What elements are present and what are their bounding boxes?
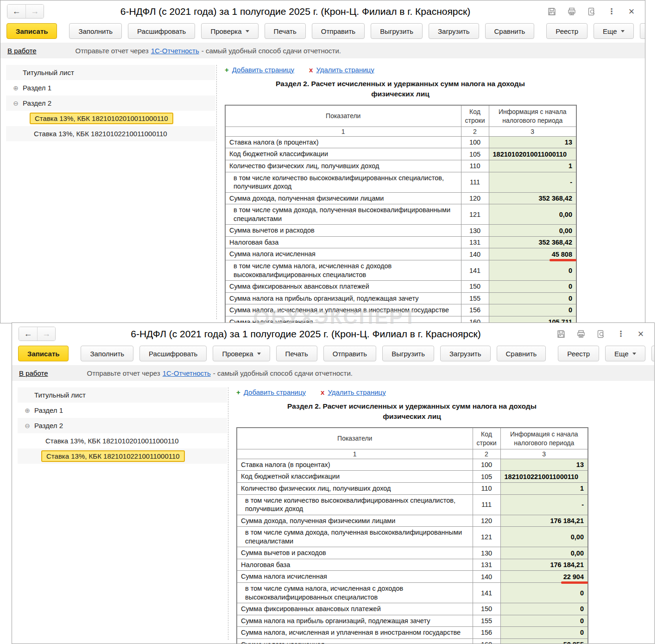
1c-reporting-link[interactable]: 1С-Отчетность (163, 369, 211, 377)
toolbar-button[interactable]: Расшифровать (128, 23, 195, 39)
toolbar-button[interactable]: Заполнить (81, 346, 133, 361)
1c-reporting-link[interactable]: 1С-Отчетность (151, 47, 199, 55)
save-button[interactable]: Записать (6, 23, 57, 39)
sidebar-item[interactable]: Ставка 13%, КБК 18210102010011000110 (6, 111, 215, 126)
row-value-cell[interactable]: 0 (489, 281, 576, 293)
expander-icon[interactable]: ⊕ (24, 407, 31, 414)
sidebar-item[interactable]: Ставка 13%, КБК 18210102210011000110 (6, 126, 215, 141)
row-value-cell[interactable]: 0,00 (500, 547, 588, 559)
row-code: 105 (473, 471, 500, 483)
row-value-cell[interactable]: 13 (489, 136, 576, 148)
delete-page-link[interactable]: xУдалить страницу (309, 66, 374, 74)
status-state-link[interactable]: В работе (19, 369, 48, 377)
preview-icon[interactable] (596, 329, 606, 339)
toolbar-button[interactable]: Заполнить (69, 23, 122, 39)
toolbar-button[interactable]: Сравнить (497, 346, 546, 361)
forward-icon[interactable]: → (37, 327, 55, 341)
add-page-link[interactable]: +Добавить страницу (236, 388, 306, 396)
toolbar-button[interactable]: Еще (605, 346, 645, 361)
toolbar-button[interactable]: Проверка (201, 23, 258, 39)
toolbar-button[interactable]: Загрузить (440, 346, 491, 361)
toolbar-button[interactable]: Печать (265, 23, 306, 39)
row-value-cell[interactable]: 0 (489, 304, 576, 316)
sidebar-item-label: Титульный лист (23, 69, 74, 76)
section2-table: Показатели Код строки Информация с начал… (225, 105, 577, 323)
row-value-cell[interactable]: 1 (500, 483, 588, 495)
preview-icon[interactable] (587, 6, 597, 17)
row-value-cell[interactable]: 0 (500, 627, 588, 639)
close-icon[interactable]: × (636, 329, 646, 339)
add-page-link[interactable]: +Добавить страницу (225, 66, 294, 74)
forward-icon[interactable]: → (25, 5, 44, 18)
back-icon[interactable]: ← (7, 5, 25, 18)
row-value-cell[interactable]: 176 184,21 (500, 559, 588, 571)
table-row: Сумма налога, исчисленная и уплаченная в… (225, 304, 576, 316)
col-header-indicators: Показатели (225, 105, 461, 126)
row-value-cell[interactable]: - (489, 172, 576, 192)
sidebar-item[interactable]: Титульный лист (6, 65, 215, 80)
status-state-link[interactable]: В работе (7, 47, 37, 55)
sidebar-item[interactable]: ⊖ Раздел 2 (18, 418, 227, 433)
col-header-info: Информация с начала налогового периода (500, 428, 588, 449)
row-value-cell[interactable]: 352 368,42 (489, 236, 576, 248)
sidebar-item[interactable]: ⊖ Раздел 2 (6, 95, 215, 111)
row-value-cell[interactable]: 18210102210011000110 (500, 471, 588, 483)
delete-page-link[interactable]: xУдалить страницу (321, 388, 386, 396)
row-value-cell[interactable]: 1 (489, 160, 576, 172)
row-value-cell[interactable]: - (500, 494, 588, 515)
row-value-cell[interactable]: 105 711 (489, 316, 576, 323)
sidebar-item[interactable]: Титульный лист (18, 387, 227, 403)
row-value-cell[interactable]: 0 (500, 615, 588, 627)
sidebar-item[interactable]: Ставка 13%, КБК 18210102010011000110 (18, 433, 227, 448)
toolbar-button[interactable]: ? (640, 23, 645, 39)
save-icon[interactable] (547, 6, 557, 17)
panel-splitter[interactable] (216, 65, 217, 319)
row-value-cell[interactable]: 18210102010011000110 (489, 148, 576, 160)
toolbar-button[interactable]: Загрузить (429, 23, 479, 39)
expander-icon[interactable]: ⊕ (12, 84, 19, 92)
row-value-cell[interactable]: 0,00 (489, 204, 576, 225)
toolbar-button[interactable]: ? (651, 346, 655, 361)
row-value-cell[interactable]: 0 (500, 603, 588, 615)
row-value-cell[interactable]: 352 368,42 (489, 192, 576, 204)
toolbar-button[interactable]: Реестр (558, 346, 599, 361)
toolbar-button[interactable]: Выгрузить (382, 346, 434, 361)
sidebar-item[interactable]: Ставка 13%, КБК 18210102210011000110 (18, 448, 227, 464)
more-icon[interactable]: ⋮ (606, 6, 617, 17)
expander-icon[interactable]: ⊖ (24, 422, 31, 429)
expander-icon[interactable]: ⊖ (12, 100, 19, 107)
back-icon[interactable]: ← (19, 327, 37, 341)
row-value-cell[interactable]: 176 184,21 (500, 515, 588, 527)
row-value-cell[interactable]: 0 (489, 292, 576, 304)
table-row: Код бюджетной классификации 105 18210102… (225, 148, 576, 160)
sidebar-item[interactable]: ⊕ Раздел 1 (18, 403, 227, 418)
close-icon[interactable]: × (626, 6, 637, 17)
row-value-cell[interactable]: 52 855 (500, 638, 588, 644)
row-value-cell[interactable]: 0 (500, 582, 588, 603)
save-icon[interactable] (556, 329, 566, 339)
sidebar-item[interactable]: ⊕ Раздел 1 (6, 80, 215, 95)
row-value-cell[interactable]: 0,00 (500, 527, 588, 547)
toolbar-button[interactable]: Сравнить (485, 23, 535, 39)
print-icon[interactable] (576, 329, 586, 339)
row-value-cell[interactable]: 0 (489, 260, 576, 280)
toolbar-button[interactable]: Выгрузить (371, 23, 423, 39)
row-value-cell[interactable]: 0,00 (489, 225, 576, 237)
row-value-cell[interactable]: 45 808 (489, 248, 576, 260)
print-icon[interactable] (567, 6, 577, 17)
toolbar-button[interactable]: Отправить (323, 346, 376, 361)
panel-splitter[interactable] (228, 387, 228, 640)
toolbar-button[interactable]: Отправить (312, 23, 365, 39)
row-code: 160 (473, 638, 500, 644)
more-icon[interactable]: ⋮ (616, 329, 626, 339)
col-number: 1 (237, 449, 473, 459)
toolbar-button[interactable]: Еще (594, 23, 634, 39)
toolbar-button[interactable]: Реестр (546, 23, 588, 39)
row-value-cell[interactable]: 13 (500, 459, 588, 471)
row-value-cell[interactable]: 22 904 (500, 571, 588, 583)
toolbar-button[interactable]: Печать (276, 346, 317, 361)
content-area: Титульный лист ⊕ Раздел 1 ⊖ Раздел 2 Ста… (0, 61, 645, 323)
toolbar-button[interactable]: Проверка (213, 346, 270, 361)
toolbar-button[interactable]: Расшифровать (139, 346, 207, 361)
save-button[interactable]: Записать (18, 346, 69, 361)
